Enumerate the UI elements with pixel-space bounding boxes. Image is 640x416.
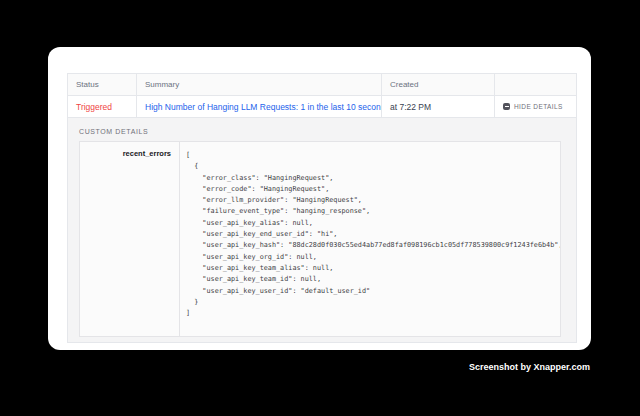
column-header-actions	[494, 74, 576, 95]
column-header-summary: Summary	[136, 74, 381, 95]
table-row: Triggered High Number of Hanging LLM Req…	[68, 96, 576, 118]
created-timestamp: at 7:22 PM	[390, 102, 431, 112]
summary-cell: High Number of Hanging LLM Requests: 1 i…	[136, 96, 381, 117]
status-badge: Triggered	[76, 102, 112, 112]
details-key-value-panel: recent_errors [ { "error_class": "Hangin…	[79, 141, 561, 337]
recent-errors-json: [ { "error_class": "HangingRequest", "er…	[180, 142, 560, 319]
minus-square-icon	[503, 103, 510, 110]
created-cell: at 7:22 PM	[381, 96, 494, 117]
column-header-status: Status	[68, 74, 136, 95]
status-cell: Triggered	[68, 96, 136, 117]
hide-details-label: HIDE DETAILS	[514, 103, 563, 110]
custom-details-section: CUSTOM DETAILS recent_errors [ { "error_…	[68, 118, 576, 342]
alert-table: Status Summary Created Triggered High Nu…	[67, 73, 577, 343]
screenshot-credit: Screenshot by Xnapper.com	[469, 362, 590, 372]
alert-summary-link[interactable]: High Number of Hanging LLM Requests: 1 i…	[145, 102, 381, 112]
hide-details-button[interactable]: HIDE DETAILS	[503, 103, 563, 110]
actions-cell: HIDE DETAILS	[494, 96, 576, 117]
details-key-label: recent_errors	[80, 142, 180, 336]
column-header-created: Created	[381, 74, 494, 95]
custom-details-title: CUSTOM DETAILS	[68, 118, 576, 135]
details-value-cell: [ { "error_class": "HangingRequest", "er…	[180, 142, 560, 336]
alert-card: Status Summary Created Triggered High Nu…	[48, 47, 591, 350]
table-header-row: Status Summary Created	[68, 74, 576, 96]
